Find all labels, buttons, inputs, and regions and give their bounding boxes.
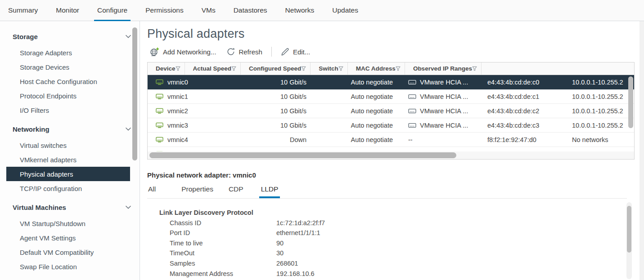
window-scrollbar-track[interactable]	[639, 21, 644, 280]
lldp-property-row-chassis-id: Chassis ID 1c:72:1d:a2:2f:f7	[147, 218, 644, 228]
detail-tab-all[interactable]: All	[147, 183, 157, 198]
top-tab-permissions[interactable]: Permissions	[145, 0, 183, 21]
device-cell: vmnic0	[148, 79, 231, 86]
column-header-configured-speed[interactable]: Configured Speed	[241, 62, 311, 75]
switch-cell: VMware HCIA ...	[399, 122, 482, 129]
sidebar-entry-tcp-ip-configuration[interactable]: TCP/IP configuration	[6, 181, 130, 196]
table-row-vmnic3[interactable]: vmnic3 10 Gbit/s Auto negotiate	[148, 118, 634, 133]
sidebar-entry-label: Storage Devices	[20, 63, 69, 71]
filter-funnel-icon[interactable]	[472, 66, 477, 71]
table-row-vmnic4[interactable]: vmnic4 Down Auto negotiate	[148, 133, 634, 147]
table-horizontal-scrollbar[interactable]	[148, 151, 634, 159]
sidebar-entry-vm-startup-shutdown[interactable]: VM Startup/Shutdown	[6, 216, 130, 231]
filter-funnel-icon[interactable]	[176, 66, 180, 71]
observed-ip-cell: 10.0.0.1-10.255.2	[567, 122, 634, 129]
filter-funnel-icon[interactable]	[301, 66, 306, 71]
top-tab-vms[interactable]: VMs	[202, 0, 216, 21]
detail-scrollbar[interactable]	[626, 202, 632, 279]
filter-funnel-icon[interactable]	[231, 66, 236, 71]
sidebar-entry-networking[interactable]: Networking	[0, 120, 140, 138]
observed-ip-cell: 10.0.0.1-10.255.2	[567, 107, 634, 115]
refresh-icon	[227, 48, 235, 56]
detail-tab-label: All	[148, 185, 156, 193]
table-body: vmnic0 10 Gbit/s Auto negotiate	[148, 75, 634, 151]
nic-icon	[156, 93, 163, 99]
table-vertical-scrollbar-thumb[interactable]	[628, 76, 633, 128]
lldp-property-value: 30	[276, 248, 284, 258]
column-header-label: MAC Address	[356, 65, 396, 72]
top-tab-bar: Summary Monitor Configure Permissions VM…	[0, 0, 644, 21]
top-tab-label: Updates	[332, 6, 358, 14]
table-row-vmnic0[interactable]: vmnic0 10 Gbit/s Auto negotiate	[148, 75, 634, 89]
switch-icon	[408, 94, 416, 99]
column-header-mac-address[interactable]: MAC Address	[348, 62, 405, 75]
add-networking-icon	[150, 47, 159, 56]
edit-button[interactable]: Edit...	[278, 46, 313, 58]
refresh-label: Refresh	[239, 48, 262, 56]
detail-heading: Physical network adapter: vmnic0	[147, 171, 644, 179]
sidebar-entry-label: Host Cache Configuration	[20, 78, 97, 85]
sidebar-entry-storage-devices[interactable]: Storage Devices	[6, 60, 130, 74]
top-tab-updates[interactable]: Updates	[332, 0, 358, 21]
mac-address-cell: f8:f2:1e:92:47:d0	[482, 136, 567, 143]
table-header-row: Device Actual Speed Configured S	[148, 62, 634, 75]
table-row-vmnic1[interactable]: vmnic1 10 Gbit/s Auto negotiate	[148, 89, 634, 104]
filter-funnel-icon[interactable]	[338, 66, 343, 71]
sidebar-entry-vmkernel-adapters[interactable]: VMkernel adapters	[6, 152, 130, 167]
sidebar-entry-default-vm-compatibility[interactable]: Default VM Compatibility	[6, 245, 130, 259]
lldp-property-value: 1c:72:1d:a2:2f:f7	[276, 218, 325, 228]
sidebar-entry-agent-vm-settings[interactable]: Agent VM Settings	[6, 231, 130, 245]
configured-speed-cell: Auto negotiate	[315, 136, 399, 143]
sidebar-scrollbar-thumb[interactable]	[132, 27, 137, 160]
sidebar-entry-storage[interactable]: Storage	[0, 27, 140, 45]
sidebar-entry-label: Networking	[13, 125, 50, 133]
table-horizontal-scrollbar-thumb[interactable]	[149, 152, 456, 158]
top-tab-configure[interactable]: Configure	[97, 0, 127, 21]
table-row-vmnic2[interactable]: vmnic2 10 Gbit/s Auto negotiate	[148, 104, 634, 118]
top-tab-datastores[interactable]: Datastores	[234, 0, 267, 21]
sidebar-entry-swap-file-location[interactable]: Swap File Location	[6, 259, 130, 274]
table-row-vmnic5[interactable]: vmnic5 Down Auto negotiate	[148, 147, 634, 151]
switch-name: --	[408, 136, 413, 143]
top-tab-monitor[interactable]: Monitor	[56, 0, 79, 21]
sidebar-entry-virtual-machines[interactable]: Virtual Machines	[0, 198, 140, 216]
add-networking-label: Add Networking...	[163, 48, 216, 56]
sidebar-entry-physical-adapters[interactable]: Physical adapters	[6, 167, 130, 181]
configured-speed-cell: Auto negotiate	[315, 79, 399, 86]
add-networking-button[interactable]: Add Networking...	[147, 46, 219, 58]
main-panel: Physical adapters Add Networking...	[140, 21, 644, 280]
sidebar-entry-label: VM Startup/Shutdown	[20, 220, 86, 227]
top-tab-networks[interactable]: Networks	[285, 0, 315, 21]
sidebar-entry-storage-adapters[interactable]: Storage Adapters	[6, 45, 130, 60]
adapter-detail-panel: Physical network adapter: vmnic0 All Pro…	[147, 171, 644, 279]
filter-funnel-icon[interactable]	[396, 66, 401, 71]
nic-icon	[156, 137, 163, 142]
column-header-observed-ip-ranges[interactable]: Observed IP Ranges	[405, 62, 482, 75]
column-header-device[interactable]: Device	[148, 62, 185, 75]
detail-tab-properties[interactable]: Properties	[180, 183, 214, 198]
sidebar-entry-label: Default VM Compatibility	[20, 249, 94, 256]
top-tab-summary[interactable]: Summary	[8, 0, 38, 21]
configured-speed-cell: Auto negotiate	[315, 122, 399, 129]
switch-icon	[408, 108, 416, 114]
sidebar-entry-host-cache-configuration[interactable]: Host Cache Configuration	[6, 74, 130, 89]
sidebar-scrollbar[interactable]	[132, 26, 137, 278]
nic-icon	[156, 122, 163, 128]
detail-scrollbar-thumb[interactable]	[627, 206, 631, 253]
observed-ip-cell: No networks	[567, 136, 634, 143]
sidebar-entry-virtual-switches[interactable]: Virtual switches	[6, 138, 130, 152]
lldp-title: Link Layer Discovery Protocol	[147, 208, 644, 218]
configure-sidebar: Storage Storage Adapters Storage Devices	[0, 21, 140, 280]
sidebar-entry-i-o-filters[interactable]: I/O Filters	[6, 103, 130, 117]
toolbar: Add Networking... Refresh	[147, 45, 644, 58]
detail-tab-cdp[interactable]: CDP	[228, 183, 244, 198]
top-tab-label: Configure	[97, 6, 127, 14]
refresh-button[interactable]: Refresh	[224, 46, 265, 57]
detail-tab-lldp[interactable]: LLDP	[260, 183, 279, 198]
detail-tab-bar: All Properties CDP LLDP	[147, 183, 627, 199]
column-header-actual-speed[interactable]: Actual Speed	[185, 62, 241, 75]
nic-icon	[156, 108, 163, 114]
sidebar-entry-protocol-endpoints[interactable]: Protocol Endpoints	[6, 89, 130, 103]
lldp-property-label: Management Address	[170, 269, 276, 279]
column-header-switch[interactable]: Switch	[311, 62, 348, 75]
